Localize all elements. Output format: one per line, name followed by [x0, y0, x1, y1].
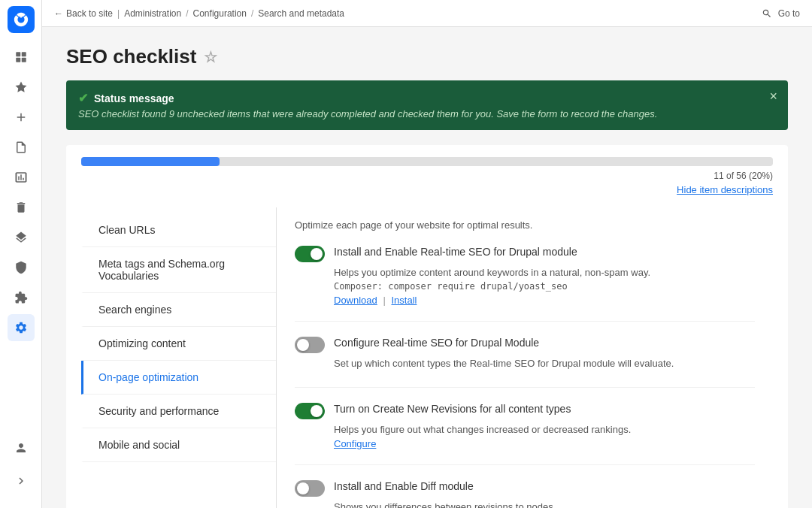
app-logo[interactable]	[8, 6, 35, 33]
sidebar-extend-icon[interactable]	[8, 284, 35, 311]
item-3-configure-link[interactable]: Configure	[334, 438, 376, 449]
sidebar-add-icon[interactable]	[8, 104, 35, 131]
svg-rect-3	[21, 58, 26, 62]
status-banner-close-button[interactable]: ×	[769, 89, 777, 103]
sidebar	[0, 0, 42, 508]
item-header: Turn on Create New Revisions for all con…	[295, 403, 755, 419]
nav-item-optimizing-content[interactable]: Optimizing content	[81, 327, 276, 361]
item-1-links: Download | Install	[334, 295, 755, 306]
item-4-desc: Shows you differences between revisions …	[334, 501, 755, 508]
checklist-content: Optimize each page of your website for o…	[277, 207, 773, 508]
sidebar-reports-icon[interactable]	[8, 164, 35, 191]
item-1-label: Install and Enable Real-time SEO for Dru…	[334, 246, 755, 258]
checklist-layout: Clean URLs Meta tags and Schema.org Voca…	[81, 207, 773, 508]
sidebar-user-icon[interactable]	[8, 434, 35, 461]
nav-item-security-performance[interactable]: Security and performance	[81, 395, 276, 428]
item-2-toggle[interactable]	[295, 337, 325, 353]
sidebar-star-icon[interactable]	[8, 74, 35, 101]
back-arrow-icon: ←	[54, 8, 63, 19]
nav-item-clean-urls[interactable]: Clean URLs	[81, 213, 276, 247]
status-banner: ✔ Status message SEO checklist found 9 u…	[66, 80, 788, 130]
svg-rect-1	[21, 52, 26, 56]
item-1-install-link[interactable]: Install	[391, 295, 417, 306]
progress-text: 11 of 56 (20%)	[81, 171, 773, 181]
item-1-toggle[interactable]	[295, 246, 325, 262]
item-2-label: Configure Real-time SEO for Drupal Modul…	[334, 337, 755, 349]
nav-item-on-page-optimization[interactable]: On-page optimization	[81, 361, 276, 395]
nav-item-meta-tags[interactable]: Meta tags and Schema.org Vocabularies	[81, 247, 276, 293]
item-3-desc: Helps you figure out what changes increa…	[334, 424, 755, 435]
sidebar-content-icon[interactable]	[8, 134, 35, 161]
sidebar-layers-icon[interactable]	[8, 224, 35, 251]
item-header: Install and Enable Diff module	[295, 480, 755, 497]
progress-bar-fill	[81, 157, 220, 166]
svg-rect-2	[16, 58, 20, 62]
back-to-site-link[interactable]: ← Back to site	[54, 8, 113, 19]
page-title: SEO checklist ☆	[66, 45, 788, 68]
sidebar-dashboard-icon[interactable]	[8, 44, 35, 71]
item-header: Install and Enable Real-time SEO for Dru…	[295, 246, 755, 262]
sidebar-security-icon[interactable]	[8, 254, 35, 281]
nav-item-search-engines[interactable]: Search engines	[81, 293, 276, 327]
breadcrumb-current: Search and metadata	[258, 8, 344, 19]
item-1-desc: Helps you optimize content around keywor…	[334, 267, 755, 278]
item-4-label: Install and Enable Diff module	[334, 480, 755, 492]
status-banner-title: ✔ Status message	[78, 91, 776, 105]
checklist-nav: Clean URLs Meta tags and Schema.org Voca…	[81, 207, 277, 508]
goto-link[interactable]: Go to	[762, 8, 800, 19]
hide-descriptions-link[interactable]: Hide item descriptions	[81, 184, 773, 195]
item-1-composer: Composer: composer require drupal/yoast_…	[334, 281, 755, 292]
item-header: Configure Real-time SEO for Drupal Modul…	[295, 337, 755, 353]
nav-item-mobile-social[interactable]: Mobile and social	[81, 428, 276, 462]
progress-section: 11 of 56 (20%) Hide item descriptions Cl…	[66, 145, 788, 508]
item-3-toggle[interactable]	[295, 403, 325, 419]
favorite-star-icon[interactable]: ☆	[204, 48, 217, 66]
check-circle-icon: ✔	[78, 91, 88, 105]
sidebar-trash-icon[interactable]	[8, 194, 35, 221]
item-1-download-link[interactable]: Download	[334, 295, 377, 306]
breadcrumb-admin[interactable]: Administration	[124, 8, 181, 19]
sidebar-expand-icon[interactable]	[8, 467, 35, 494]
checklist-item: Install and Enable Real-time SEO for Dru…	[295, 246, 755, 322]
item-3-label: Turn on Create New Revisions for all con…	[334, 403, 755, 415]
breadcrumb-config[interactable]: Configuration	[193, 8, 247, 19]
breadcrumb: ← Back to site | Administration / Config…	[54, 8, 344, 19]
page-content: SEO checklist ☆ ✔ Status message SEO che…	[42, 27, 812, 508]
checklist-item: Turn on Create New Revisions for all con…	[295, 403, 755, 465]
checklist-item: Install and Enable Diff module Shows you…	[295, 480, 755, 508]
svg-rect-0	[16, 52, 20, 56]
main-area: ← Back to site | Administration / Config…	[42, 0, 812, 508]
topbar: ← Back to site | Administration / Config…	[42, 0, 812, 27]
checklist-item: Configure Real-time SEO for Drupal Modul…	[295, 337, 755, 388]
progress-bar-container	[81, 157, 773, 166]
sidebar-config-icon[interactable]	[8, 314, 35, 341]
item-4-toggle[interactable]	[295, 480, 325, 497]
item-3-links: Configure	[334, 438, 755, 449]
content-intro: Optimize each page of your website for o…	[295, 219, 755, 231]
status-banner-message: SEO checklist found 9 unchecked items th…	[78, 108, 776, 119]
item-2-desc: Set up which content types the Real-time…	[334, 358, 755, 369]
